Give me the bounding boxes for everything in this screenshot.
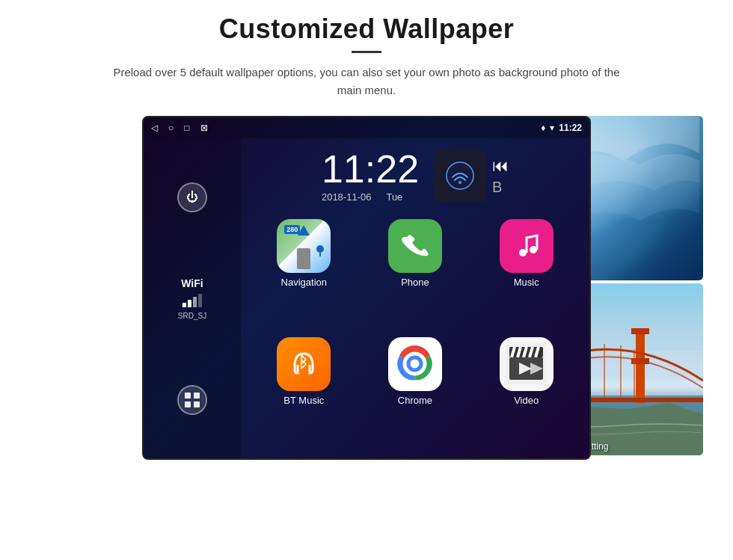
status-bar-left: ◁ ○ □ ⊠: [151, 123, 208, 133]
location-icon: ♦: [541, 123, 545, 133]
clock-info: 11:22 2018-11-06 Tue: [322, 150, 419, 203]
svg-point-9: [458, 181, 461, 184]
status-bar-right: ♦ ▾ 11:22: [541, 123, 582, 133]
svg-rect-0: [183, 303, 186, 307]
status-time: 11:22: [559, 123, 582, 133]
list-item[interactable]: Phone: [364, 219, 467, 330]
phone-app-label: Phone: [401, 277, 429, 288]
media-icon-box: [434, 150, 486, 202]
screen-center: 11:22 2018-11-06 Tue: [241, 138, 589, 458]
screen-main: ⏻ WiFi SRD_SJ: [144, 138, 589, 458]
wifi-label: WiFi: [178, 277, 206, 289]
navigation-app-label: Navigation: [281, 277, 327, 288]
page-title: Customized Wallpaper: [219, 13, 515, 45]
clock-icons: ⏮ B: [434, 150, 509, 202]
status-bar: ◁ ○ □ ⊠ ♦ ▾ 11:22: [144, 117, 589, 138]
back-nav-icon[interactable]: ◁: [151, 123, 158, 133]
video-app-label: Video: [514, 395, 539, 406]
page-subtitle: Preload over 5 default wallpaper options…: [105, 64, 628, 99]
svg-point-8: [447, 162, 473, 189]
page-container: Customized Wallpaper Preload over 5 defa…: [0, 0, 733, 560]
svg-rect-35: [636, 328, 645, 403]
wifi-info: WiFi SRD_SJ: [178, 277, 206, 320]
clock-date-value: 2018-11-06: [322, 191, 372, 203]
media-skip-back-icon[interactable]: ⏮: [492, 156, 509, 176]
nav-road-graphic: [297, 248, 310, 269]
clock-time: 11:22: [322, 150, 419, 188]
list-item[interactable]: 280 Navigation: [252, 219, 356, 330]
clock-day-value: Tue: [386, 191, 402, 203]
list-item[interactable]: BT Music: [252, 337, 356, 448]
svg-rect-4: [185, 393, 191, 399]
nav-arrow-icon: [298, 225, 310, 236]
media-controls: ⏮ B: [492, 156, 509, 196]
app-grid: 280 Navigation: [241, 213, 589, 458]
wifi-bars-icon: [178, 292, 206, 310]
media-title-icon: B: [492, 179, 509, 196]
video-app-icon[interactable]: [500, 337, 553, 391]
svg-rect-7: [194, 401, 200, 407]
screenshot-icon[interactable]: ⊠: [200, 123, 208, 133]
phone-app-icon[interactable]: [388, 219, 442, 273]
svg-point-16: [411, 360, 420, 369]
svg-rect-2: [193, 297, 197, 307]
chrome-app-icon[interactable]: [388, 337, 442, 391]
title-divider: [352, 51, 381, 53]
bt-music-app-label: BT Music: [283, 395, 324, 406]
apps-grid-button[interactable]: [177, 385, 207, 415]
svg-rect-36: [631, 328, 649, 334]
music-app-label: Music: [514, 277, 539, 288]
recent-nav-icon[interactable]: □: [184, 123, 189, 133]
music-app-icon[interactable]: [500, 219, 553, 273]
svg-rect-6: [185, 401, 191, 407]
power-button[interactable]: ⏻: [177, 182, 207, 212]
svg-rect-5: [194, 393, 200, 399]
wifi-network-name: SRD_SJ: [178, 312, 206, 320]
svg-rect-3: [198, 294, 202, 307]
clock-area: 11:22 2018-11-06 Tue: [241, 138, 589, 213]
list-item[interactable]: Chrome: [364, 337, 467, 448]
list-item[interactable]: Video: [474, 337, 578, 448]
bt-music-app-icon[interactable]: [277, 337, 331, 391]
power-icon: ⏻: [186, 191, 198, 204]
android-screen: ◁ ○ □ ⊠ ♦ ▾ 11:22 ⏻: [142, 116, 591, 460]
clock-date: 2018-11-06 Tue: [322, 191, 419, 203]
navigation-app-icon[interactable]: 280: [277, 219, 331, 273]
left-sidebar: ⏻ WiFi SRD_SJ: [144, 138, 241, 458]
content-area: ◁ ○ □ ⊠ ♦ ▾ 11:22 ⏻: [30, 116, 703, 460]
svg-rect-1: [188, 300, 191, 307]
home-nav-icon[interactable]: ○: [168, 123, 174, 133]
chrome-app-label: Chrome: [398, 395, 432, 406]
list-item[interactable]: Music: [474, 219, 578, 330]
svg-point-10: [316, 245, 324, 253]
wifi-status-icon: ▾: [550, 123, 554, 133]
